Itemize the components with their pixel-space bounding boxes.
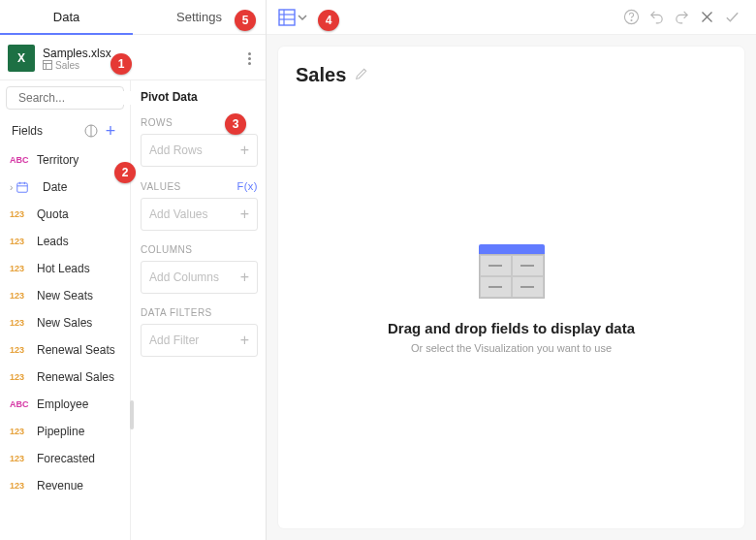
grid-icon: [278, 9, 296, 26]
topbar: [267, 0, 756, 35]
number-type-icon: 123: [10, 237, 35, 246]
field-label: Renewal Seats: [37, 343, 115, 357]
fields-toggle-icon[interactable]: [81, 121, 101, 141]
edit-title-button[interactable]: [354, 66, 369, 85]
fields-column: Fields + ABCTerritory›Date123Quota123Lea…: [0, 80, 131, 540]
tab-data[interactable]: Data: [0, 0, 133, 34]
visualization-picker[interactable]: [278, 9, 307, 26]
plus-icon: +: [240, 270, 249, 285]
field-label: Date: [43, 180, 67, 194]
field-label: Leads: [37, 235, 69, 248]
file-sheet: Sales: [43, 60, 240, 71]
columns-label: COLUMNS: [141, 244, 258, 255]
tab-indicator: [0, 33, 133, 35]
file-name: Samples.xlsx: [43, 47, 240, 60]
callout-2: 2: [114, 162, 136, 183]
plus-icon: +: [240, 143, 249, 158]
field-item[interactable]: 123Renewal Sales: [0, 364, 130, 391]
file-menu-button[interactable]: [240, 52, 258, 65]
left-tabs: Data Settings: [0, 0, 266, 35]
visualization-card: Sales Drag and drop fields to display da…: [278, 47, 744, 528]
number-type-icon: 123: [10, 291, 35, 301]
svg-rect-0: [44, 61, 52, 70]
add-field-button[interactable]: +: [101, 121, 120, 141]
empty-state: Drag and drop fields to display data Or …: [296, 86, 727, 511]
field-label: Hot Leads: [37, 262, 90, 275]
values-dropzone[interactable]: Add Values+: [141, 198, 258, 231]
text-type-icon: ABC: [10, 155, 35, 165]
field-item[interactable]: 123Renewal Seats: [0, 336, 130, 364]
empty-subtitle: Or select the Visualization you want to …: [411, 342, 612, 354]
callout-1: 1: [110, 53, 132, 75]
field-item[interactable]: 123New Seats: [0, 282, 130, 309]
callout-3: 3: [225, 113, 246, 135]
redo-button[interactable]: [669, 5, 694, 30]
field-label: New Seats: [37, 289, 93, 302]
number-type-icon: 123: [10, 427, 35, 436]
drag-handle[interactable]: [130, 400, 134, 429]
pencil-icon: [354, 66, 369, 81]
file-bar: X Samples.xlsx Sales: [0, 35, 266, 80]
svg-rect-11: [279, 10, 295, 25]
plus-icon: +: [240, 333, 249, 348]
pivot-column: Pivot Data ROWS Add Rows+ VALUES F(x) Ad…: [131, 80, 266, 540]
field-label: Quota: [37, 207, 69, 221]
field-item[interactable]: 123Revenue: [0, 472, 130, 499]
number-type-icon: 123: [10, 209, 35, 219]
field-item[interactable]: ABCEmployee: [0, 391, 130, 418]
columns-dropzone[interactable]: Add Columns+: [141, 261, 258, 294]
field-label: New Sales: [37, 316, 92, 330]
field-item[interactable]: 123Quota: [0, 201, 130, 228]
field-item[interactable]: ›Date: [0, 174, 130, 201]
field-item[interactable]: 123Pipepline: [0, 418, 130, 445]
chevron-down-icon: [298, 13, 307, 22]
number-type-icon: 123: [10, 318, 35, 328]
field-item[interactable]: 123New Sales: [0, 309, 130, 336]
undo-button[interactable]: [644, 5, 669, 30]
number-type-icon: 123: [10, 372, 35, 382]
empty-illustration: [479, 244, 545, 299]
field-label: Revenue: [37, 479, 83, 492]
fx-button[interactable]: F(x): [236, 180, 258, 192]
field-list: ABCTerritory›Date123Quota123Leads123Hot …: [0, 146, 130, 540]
svg-rect-7: [17, 183, 28, 192]
field-item[interactable]: 123Hot Leads: [0, 255, 130, 282]
filters-dropzone[interactable]: Add Filter+: [141, 324, 258, 357]
number-type-icon: 123: [10, 264, 35, 273]
fields-header-label: Fields: [12, 124, 43, 138]
search-input[interactable]: [6, 86, 124, 110]
field-label: Pipepline: [37, 425, 84, 438]
close-button[interactable]: [694, 5, 719, 30]
values-label: VALUES F(x): [141, 180, 258, 192]
confirm-button[interactable]: [719, 5, 744, 30]
card-title: Sales: [296, 64, 346, 86]
field-item[interactable]: 123Leads: [0, 228, 130, 255]
excel-icon: X: [8, 45, 35, 72]
field-item[interactable]: 123Forecasted: [0, 445, 130, 472]
empty-title: Drag and drop fields to display data: [388, 320, 635, 336]
field-label: Forecasted: [37, 452, 95, 465]
plus-icon: +: [240, 206, 249, 222]
field-item[interactable]: ABCTerritory: [0, 146, 130, 174]
field-label: Employee: [37, 397, 88, 411]
field-label: Territory: [37, 153, 79, 167]
number-type-icon: 123: [10, 454, 35, 463]
number-type-icon: 123: [10, 345, 35, 355]
number-type-icon: 123: [10, 481, 35, 491]
table-icon: [43, 60, 52, 70]
field-label: Renewal Sales: [37, 370, 114, 384]
svg-point-16: [631, 20, 632, 21]
calendar-icon: [16, 180, 41, 194]
text-type-icon: ABC: [10, 399, 35, 409]
callout-5: 5: [235, 10, 256, 31]
rows-dropzone[interactable]: Add Rows+: [141, 134, 258, 167]
pivot-title: Pivot Data: [141, 90, 258, 104]
filters-label: DATA FILTERS: [141, 307, 258, 318]
callout-4: 4: [318, 10, 339, 31]
help-button[interactable]: [618, 5, 644, 30]
